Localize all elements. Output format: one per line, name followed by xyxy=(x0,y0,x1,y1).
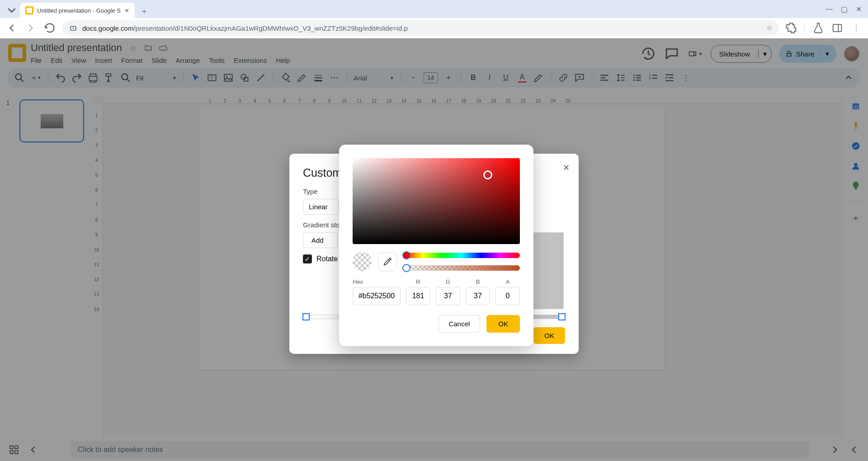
picker-cancel-button[interactable]: Cancel xyxy=(439,315,481,333)
close-icon[interactable]: ✕ xyxy=(563,163,570,173)
extensions-icon[interactable] xyxy=(785,22,797,34)
back-button[interactable] xyxy=(5,22,18,34)
b-input[interactable] xyxy=(466,287,490,305)
browser-chrome: Untitled presentation - Google S ✕ ＋ — ▢… xyxy=(0,0,868,38)
window-controls: — ▢ ✕ xyxy=(826,0,868,18)
gradient-stop-right[interactable] xyxy=(558,313,566,320)
hue-thumb[interactable] xyxy=(402,251,410,259)
type-select[interactable]: Linear xyxy=(303,199,339,215)
minimize-icon[interactable]: — xyxy=(826,5,833,13)
a-input[interactable] xyxy=(495,287,520,305)
tab-title: Untitled presentation - Google S xyxy=(37,7,121,14)
labs-icon[interactable] xyxy=(812,22,825,34)
eyedropper-button[interactable] xyxy=(378,252,397,271)
browser-menu-icon[interactable]: ⋮ xyxy=(850,22,863,34)
sidepanel-icon[interactable] xyxy=(831,22,844,34)
tab-close-icon[interactable]: ✕ xyxy=(124,7,129,14)
svg-rect-2 xyxy=(833,24,842,32)
hue-slider[interactable] xyxy=(403,253,520,258)
omnibox[interactable]: docs.google.com/presentation/d/1N0oQRLkx… xyxy=(62,20,778,36)
rotate-checkbox[interactable]: ✓ xyxy=(303,254,312,263)
rotate-label: Rotate xyxy=(316,255,338,263)
b-label: B xyxy=(466,278,490,285)
hex-input[interactable] xyxy=(353,287,401,305)
forward-button[interactable] xyxy=(24,22,37,34)
g-label: G xyxy=(436,278,460,285)
gradient-stop-left[interactable] xyxy=(302,313,310,320)
picker-ok-button[interactable]: OK xyxy=(486,315,520,333)
alpha-slider[interactable] xyxy=(403,265,520,271)
close-window-icon[interactable]: ✕ xyxy=(856,5,862,14)
address-bar-row: docs.google.com/presentation/d/1N0oQRLkx… xyxy=(0,18,868,38)
r-input[interactable] xyxy=(406,287,430,305)
browser-tab[interactable]: Untitled presentation - Google S ✕ xyxy=(20,3,135,18)
color-field[interactable] xyxy=(353,158,520,244)
svg-point-1 xyxy=(73,28,74,29)
hex-label: Hex xyxy=(353,278,401,285)
r-label: R xyxy=(406,278,430,285)
maximize-icon[interactable]: ▢ xyxy=(841,5,848,14)
gradient-ok-button[interactable]: OK xyxy=(533,327,565,344)
tab-search-dropdown[interactable] xyxy=(4,2,20,18)
alpha-thumb[interactable] xyxy=(402,264,410,272)
color-picker-dialog: Hex R G B A Cancel OK xyxy=(339,145,533,346)
bookmark-star-icon[interactable]: ☆ xyxy=(766,24,772,32)
a-label: A xyxy=(495,278,520,285)
omnibox-url: docs.google.com/presentation/d/1N0oQRLkx… xyxy=(82,24,408,32)
g-input[interactable] xyxy=(436,287,460,305)
current-color-swatch xyxy=(353,252,372,271)
add-stop-button[interactable]: Add xyxy=(303,232,338,248)
site-info-icon[interactable] xyxy=(69,24,78,33)
color-field-cursor[interactable] xyxy=(483,170,492,179)
tab-strip: Untitled presentation - Google S ✕ ＋ — ▢… xyxy=(0,0,868,18)
new-tab-button[interactable]: ＋ xyxy=(137,5,151,18)
slides-favicon xyxy=(25,6,33,14)
reload-button[interactable] xyxy=(43,22,56,34)
